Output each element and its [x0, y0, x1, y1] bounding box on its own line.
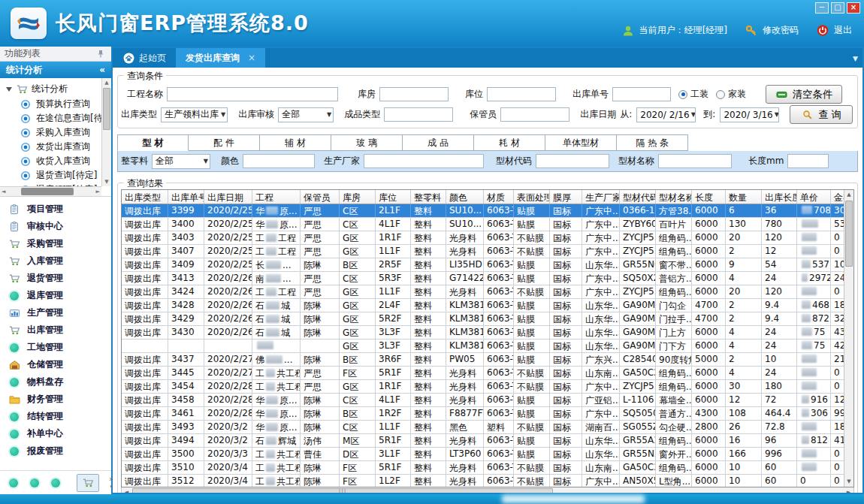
material-tab[interactable]: 型 材: [117, 134, 189, 151]
grid-hscroll-thumb[interactable]: |||: [132, 488, 553, 493]
grid-scroll-right-icon[interactable]: ►: [844, 487, 853, 493]
column-header-type[interactable]: 出库类型: [122, 190, 168, 204]
close-button[interactable]: ×: [847, 2, 860, 14]
sidebar-item-folder[interactable]: 财务管理: [0, 391, 111, 408]
logout-button[interactable]: 退出: [834, 24, 852, 37]
sidebar-item-clipboard[interactable]: 审核中心: [0, 218, 111, 235]
sidebar-item-dot[interactable]: 工地管理: [0, 339, 111, 356]
column-header-outlen[interactable]: 出库长度: [762, 190, 797, 204]
column-header-mat[interactable]: 材质: [484, 190, 514, 204]
column-header-code[interactable]: 型材代码: [620, 190, 656, 204]
column-header-film[interactable]: 膜厚: [550, 190, 582, 204]
tree-item[interactable]: 发货出库查询: [5, 140, 99, 154]
scroll-up-icon[interactable]: ▲: [102, 78, 111, 87]
sidebar-item-cart[interactable]: 入库管理: [0, 252, 111, 270]
column-header-color[interactable]: 颜色: [446, 190, 484, 204]
product-type-input[interactable]: [384, 107, 453, 122]
column-header-name[interactable]: 型材名称: [656, 190, 692, 204]
maximize-button[interactable]: □: [831, 2, 844, 14]
scroll-right-icon[interactable]: ►: [96, 187, 100, 196]
maker-input[interactable]: [364, 154, 484, 168]
keeper-input[interactable]: [500, 107, 569, 122]
pin-icon[interactable]: [95, 48, 107, 60]
tree-item[interactable]: 预算执行查询: [5, 97, 99, 111]
table-row[interactable]: 调拨出库34032020/2/25工工程严思G区1R1F整料光身料6063-T5…: [122, 231, 853, 245]
tree-item[interactable]: 在途信息查询[待: [5, 111, 99, 125]
change-password-link[interactable]: 修改密码: [763, 24, 799, 37]
material-tab[interactable]: 配 件: [189, 134, 260, 151]
order-no-input[interactable]: [612, 87, 671, 101]
scroll-down-icon[interactable]: ▼: [102, 177, 111, 186]
whole-select[interactable]: 全部▼: [152, 154, 210, 169]
sidebar-item-dot[interactable]: 报废管理: [0, 442, 111, 460]
sidebar-item-cart[interactable]: 出库管理: [0, 321, 111, 339]
material-tab[interactable]: 耗 材: [474, 134, 545, 151]
table-row[interactable]: 调拨出库34932020/3/2华原...陈琳C区1L1F整料黑色塑料不贴膜国标…: [122, 421, 853, 434]
table-row[interactable]: 调拨出库34132020/2/26南...严思C区5R3F整料G71422606…: [122, 272, 853, 285]
table-row[interactable]: 调拨出库34542020/2/28工共工程严思G区1R1F整料光身料6063-T…: [122, 380, 853, 394]
column-header-price[interactable]: 单价: [797, 190, 831, 204]
tree-item[interactable]: 退货查询[待定]: [5, 168, 99, 183]
date-to-picker[interactable]: 2020/ 3/16▼: [720, 107, 779, 122]
date-from-picker[interactable]: 2020/ 2/16▼: [636, 107, 696, 122]
table-row[interactable]: 调拨出库34242020/2/26工工程严思G区1L1F整料光身料6063-T5…: [122, 285, 853, 299]
out-type-select[interactable]: 生产领料出库▼: [161, 107, 228, 122]
tab-active[interactable]: 发货出库查询×: [176, 48, 265, 68]
warehouse-input[interactable]: [379, 87, 449, 101]
table-row[interactable]: 调拨出库34372020/2/27佛...陈琳B区3R6F整料PW056063-…: [122, 353, 853, 367]
tree-vertical-scrollbar[interactable]: ▲ ▼: [101, 78, 111, 186]
tree-root-statistics[interactable]: 统计分析: [5, 81, 99, 97]
column-header-proj[interactable]: 工程: [252, 190, 301, 204]
grid-scroll-down-icon[interactable]: ▼: [844, 477, 853, 487]
column-header-date[interactable]: 出库日期: [204, 190, 252, 204]
gongzhuang-radio[interactable]: [678, 90, 687, 99]
table-row[interactable]: 调拨出库34582020/2/28华原...陈琳C区4L1F整料光身料6063-…: [122, 394, 853, 407]
search-button[interactable]: 查 询: [790, 105, 853, 124]
column-header-wh[interactable]: 库房: [340, 190, 376, 204]
tab-home[interactable]: 起始页: [113, 48, 176, 68]
sidebar-item-garage[interactable]: 仓储管理: [0, 356, 111, 373]
sidebar-item-cart[interactable]: 退货管理: [0, 270, 111, 287]
tree-item[interactable]: 收货入库查询: [5, 154, 99, 168]
material-tab[interactable]: 成 品: [403, 134, 474, 151]
tree-horizontal-scrollbar[interactable]: ◄ ►: [0, 186, 101, 196]
profile-code-input[interactable]: [536, 154, 609, 168]
clear-conditions-button[interactable]: 清空条件: [766, 85, 842, 104]
material-tab[interactable]: 隔 热 条: [617, 134, 688, 151]
grid-vertical-scrollbar[interactable]: ▲ ▼: [844, 190, 853, 487]
out-audit-select[interactable]: 全部▼: [278, 107, 334, 122]
collapse-icon[interactable]: «: [99, 65, 105, 75]
material-tab[interactable]: 单体型材: [545, 134, 617, 151]
profile-name-input[interactable]: [658, 154, 732, 168]
table-row[interactable]: 调拨出库34942020/3/2石辉城汤伟M区5R1F整料光身料6063-T5贴…: [122, 434, 853, 448]
table-row[interactable]: 调拨出库34072020/2/25工工程严思G区1L1F整料光身料6063-T5…: [122, 245, 853, 258]
sidebar-item-dot[interactable]: 补单中心: [0, 425, 111, 442]
minimize-button[interactable]: −: [815, 2, 829, 14]
table-row[interactable]: 调拨出库34612020/2/28华原...陈琳B区1R2F整料F8877FT6…: [122, 407, 853, 421]
sidebar-item-clipboard[interactable]: 项目管理: [0, 201, 111, 218]
material-tab[interactable]: 玻 璃: [331, 134, 403, 151]
column-header-order[interactable]: 出库单号: [168, 190, 204, 204]
close-tab-icon[interactable]: ×: [248, 53, 255, 63]
table-row[interactable]: 调拨出库34002020/2/25华原...严思C区4L1F整料SU10...6…: [122, 218, 853, 231]
column-header-whole[interactable]: 整零料: [411, 190, 446, 204]
tab-list-caret-icon[interactable]: ▼: [853, 55, 858, 62]
scroll-left-icon[interactable]: ◄: [2, 187, 5, 196]
grid-scroll-left-icon[interactable]: ◄: [122, 487, 131, 493]
table-row[interactable]: 调拨出库35122020/3/4工共工程陈琳F区1L2F整料光身料6063-T5…: [122, 475, 853, 487]
material-tab[interactable]: 辅 材: [260, 134, 331, 151]
table-row[interactable]: 调拨出库35002020/3/3工共工程曹佳D区3L1F整料LT3P606063…: [122, 448, 853, 461]
table-row[interactable]: G区3L3F整料KLM38176063-T5贴膜国标山东华...GA90M09.…: [122, 340, 853, 353]
tree-expander-icon[interactable]: [6, 87, 12, 92]
column-header-surf[interactable]: 表面处理: [514, 190, 550, 204]
table-row[interactable]: 调拨出库34302020/2/26石城陈琳G区3L3F整料KLM38176063…: [122, 326, 853, 340]
column-header-keeper[interactable]: 保管员: [301, 190, 340, 204]
table-row[interactable]: 调拨出库34452020/2/27工共工程严思F区5R1F整料光身料6063-T…: [122, 367, 853, 380]
sidebar-item-dot[interactable]: 物料盘存: [0, 373, 111, 391]
grid-horizontal-scrollbar[interactable]: ◄ ||| ►: [121, 487, 854, 493]
jiazhuang-radio[interactable]: [716, 90, 725, 99]
sidebar-item-dot[interactable]: 退库管理: [0, 287, 111, 304]
sidebar-item-dot[interactable]: 结转管理: [0, 408, 111, 425]
length-input[interactable]: [787, 154, 829, 168]
grid-vscroll-thumb[interactable]: [845, 201, 853, 267]
